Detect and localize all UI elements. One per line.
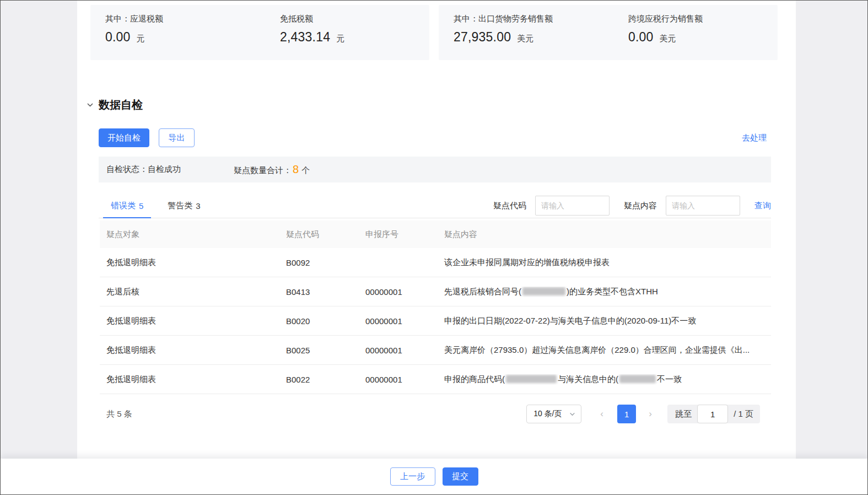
status-value: 自检成功 bbox=[148, 164, 181, 175]
section-header: 数据自检 bbox=[87, 98, 143, 112]
table-header-cell: 疑点代码 bbox=[279, 229, 359, 240]
page: 其中：应退税额 0.00 元 免抵税额 2,433.14 元 其中：出口货物劳务… bbox=[0, 0, 868, 495]
redacted-text bbox=[619, 375, 656, 383]
cell-doubt-code: B0022 bbox=[279, 375, 359, 384]
tab-label: 错误类 bbox=[111, 201, 136, 211]
tabs-filter-row: 错误类 5 警告类 3 疑点代码 疑点内容 查询 bbox=[99, 193, 771, 218]
filter-code-input[interactable] bbox=[535, 196, 610, 216]
page-jump-group: 跳至 / 1 页 bbox=[667, 405, 760, 423]
cell-doubt-object: 免抵退明细表 bbox=[100, 374, 279, 385]
summary-item-value: 0.00 bbox=[105, 30, 131, 45]
table-header: 疑点对象疑点代码申报序号疑点内容 bbox=[100, 220, 771, 248]
doubt-content-text: 先退税后核销合同号( bbox=[444, 287, 521, 296]
summary-item-label: 免抵税额 bbox=[280, 13, 429, 25]
cell-doubt-content: 美元离岸价（27935.0）超过海关信息离岸价（229.0）合理区间，企业需提供… bbox=[438, 345, 771, 356]
table-header-cell: 疑点对象 bbox=[100, 229, 279, 240]
filter-code-group: 疑点代码 bbox=[493, 196, 610, 216]
summary-item-value: 0.00 bbox=[628, 30, 654, 45]
cell-declare-seq: 00000001 bbox=[359, 375, 438, 384]
doubt-content-text: 该企业未申报同属期对应的增值税纳税申报表 bbox=[444, 257, 610, 267]
cell-doubt-code: B0025 bbox=[279, 346, 359, 355]
table-row[interactable]: 免抵退明细表 B0025 00000001 美元离岸价（27935.0）超过海关… bbox=[100, 336, 771, 365]
filters: 疑点代码 疑点内容 查询 bbox=[493, 195, 771, 217]
jump-label: 跳至 bbox=[675, 409, 692, 419]
redacted-text bbox=[522, 287, 565, 295]
summary-card-tax: 其中：应退税额 0.00 元 免抵税额 2,433.14 元 bbox=[90, 5, 429, 60]
cell-declare-seq: 00000001 bbox=[359, 316, 438, 326]
summary-item-label: 其中：出口货物劳务销售额 bbox=[454, 13, 613, 25]
prev-page-button[interactable]: ‹ bbox=[597, 405, 607, 423]
export-button[interactable]: 导出 bbox=[159, 128, 195, 147]
summary-item: 免抵税额 2,433.14 元 bbox=[265, 13, 429, 45]
doubt-content-text: 与海关信息中的( bbox=[558, 374, 618, 384]
summary-item-label: 跨境应税行为销售额 bbox=[628, 13, 778, 25]
table-row[interactable]: 先退后核 B0413 00000001 先退税后核销合同号()的业务类型不包含X… bbox=[100, 277, 771, 306]
chevron-down-icon[interactable] bbox=[87, 101, 94, 109]
summary-item-value-row: 0.00 元 bbox=[105, 30, 265, 45]
summary-item-value: 27,935.00 bbox=[454, 30, 511, 45]
summary-item-unit: 元 bbox=[336, 34, 344, 44]
footer-bar: 上一步 提交 bbox=[1, 459, 867, 494]
total-count-text: 共 5 条 bbox=[100, 409, 132, 419]
cell-doubt-object: 免抵退明细表 bbox=[100, 257, 279, 268]
cell-doubt-code: B0413 bbox=[279, 287, 359, 297]
summary-item-unit: 元 bbox=[137, 34, 145, 44]
cell-doubt-content: 申报的商品代码(与海关信息中的(不一致 bbox=[438, 374, 771, 385]
filter-content-input[interactable] bbox=[666, 196, 740, 216]
table-row[interactable]: 免抵退明细表 B0092 该企业未申报同属期对应的增值税纳税申报表 bbox=[100, 248, 771, 277]
table-row[interactable]: 免抵退明细表 B0020 00000001 申报的出口日期(2022-07-22… bbox=[100, 306, 771, 336]
summary-item-unit: 美元 bbox=[517, 34, 533, 44]
cell-doubt-content: 先退税后核销合同号()的业务类型不包含XTHH bbox=[438, 287, 771, 297]
cell-doubt-object: 先退后核 bbox=[100, 287, 279, 297]
status-label: 自检状态： bbox=[106, 164, 148, 175]
section-title: 数据自检 bbox=[99, 98, 143, 112]
page-number-current[interactable]: 1 bbox=[617, 405, 636, 423]
doubt-count-unit: 个 bbox=[301, 165, 310, 176]
cell-doubt-code: B0020 bbox=[279, 316, 359, 326]
doubt-content-text: )的业务类型不包含XTHH bbox=[567, 287, 658, 296]
summary-item-value: 2,433.14 bbox=[280, 30, 330, 45]
previous-step-button[interactable]: 上一步 bbox=[390, 467, 435, 486]
cell-doubt-content: 该企业未申报同属期对应的增值税纳税申报表 bbox=[438, 257, 771, 268]
summary-item-value-row: 0.00 美元 bbox=[628, 30, 778, 45]
chevron-down-icon bbox=[569, 411, 575, 417]
summary-item: 跨境应税行为销售额 0.00 美元 bbox=[613, 13, 778, 45]
tabs: 错误类 5 警告类 3 bbox=[110, 193, 202, 218]
page-size-select[interactable]: 10 条/页 bbox=[526, 405, 581, 423]
summary-item-unit: 美元 bbox=[660, 34, 676, 44]
go-handle-link[interactable]: 去处理 bbox=[742, 133, 767, 143]
cell-declare-seq: 00000001 bbox=[359, 346, 438, 355]
summary-item: 其中：出口货物劳务销售额 27,935.00 美元 bbox=[439, 13, 613, 45]
cell-declare-seq: 00000001 bbox=[359, 287, 438, 297]
doubt-count-value: 8 bbox=[293, 163, 299, 176]
cell-doubt-object: 免抵退明细表 bbox=[100, 345, 279, 356]
table-body: 免抵退明细表 B0092 该企业未申报同属期对应的增值税纳税申报表 先退后核 B… bbox=[100, 248, 771, 394]
next-page-button[interactable]: › bbox=[645, 405, 655, 423]
doubt-content-text: 申报的出口日期(2022-07-22)与海关电子信息中的(2020-09-11)… bbox=[444, 316, 696, 325]
pagination-controls: 10 条/页 ‹ 1 › 跳至 / 1 页 bbox=[526, 405, 760, 423]
start-self-check-button[interactable]: 开始自检 bbox=[99, 128, 149, 147]
tab-label: 警告类 bbox=[168, 201, 192, 211]
cell-doubt-code: B0092 bbox=[279, 258, 359, 267]
tab-errors[interactable]: 错误类 5 bbox=[110, 193, 144, 218]
summary-item-label: 其中：应退税额 bbox=[105, 13, 265, 25]
doubt-count-group: 疑点数量合计： 8 个 bbox=[234, 163, 310, 176]
table-header-cell: 疑点内容 bbox=[438, 229, 771, 240]
summary-card-sales: 其中：出口货物劳务销售额 27,935.00 美元 跨境应税行为销售额 0.00… bbox=[439, 5, 778, 60]
self-check-status-bar: 自检状态： 自检成功 疑点数量合计： 8 个 bbox=[99, 157, 771, 182]
doubt-content-text: 不一致 bbox=[657, 374, 682, 384]
filter-code-label: 疑点代码 bbox=[493, 201, 526, 211]
filter-content-group: 疑点内容 bbox=[624, 196, 740, 216]
summary-item-value-row: 27,935.00 美元 bbox=[454, 30, 613, 45]
submit-button[interactable]: 提交 bbox=[443, 467, 478, 486]
tab-count: 5 bbox=[139, 201, 143, 211]
doubt-count-label: 疑点数量合计： bbox=[234, 165, 292, 176]
tab-warnings[interactable]: 警告类 3 bbox=[166, 193, 201, 218]
cell-doubt-content: 申报的出口日期(2022-07-22)与海关电子信息中的(2020-09-11)… bbox=[438, 316, 771, 326]
jump-page-input[interactable] bbox=[697, 405, 728, 423]
page-size-value: 10 条/页 bbox=[533, 409, 562, 419]
search-link[interactable]: 查询 bbox=[754, 201, 771, 211]
table-header-cell: 申报序号 bbox=[359, 229, 438, 240]
table-row[interactable]: 免抵退明细表 B0022 00000001 申报的商品代码(与海关信息中的(不一… bbox=[100, 365, 771, 394]
redacted-text bbox=[506, 375, 557, 383]
